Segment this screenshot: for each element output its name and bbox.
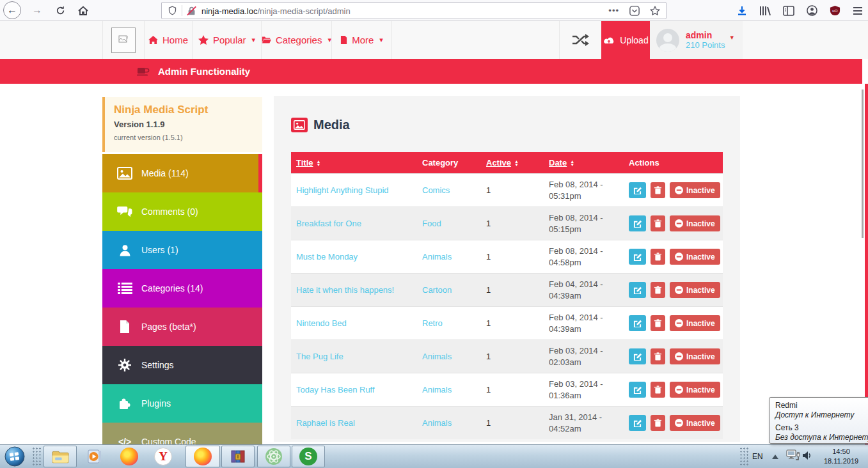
taskbar-item-media-player[interactable] — [78, 446, 111, 467]
page-actions-icon[interactable]: ••• — [608, 6, 619, 15]
sidebar: Media (114) Comments (0) Users (1) Categ… — [102, 154, 262, 461]
random-media-button[interactable] — [559, 21, 601, 59]
media-title-link[interactable]: Today Has Been Ruff — [296, 385, 375, 394]
minus-circle-icon — [675, 352, 683, 361]
sidebar-item-settings[interactable]: Settings — [102, 346, 262, 384]
taskbar-item-explorer[interactable] — [43, 446, 77, 467]
column-header-title[interactable]: Title▲▼ — [291, 158, 417, 168]
sort-icon: ▲▼ — [317, 160, 321, 166]
media-title-link[interactable]: Must be Monday — [296, 252, 358, 261]
inactive-button[interactable]: Inactive — [670, 182, 720, 198]
address-bar[interactable]: ninja-media.loc/ninja-media-script/admin… — [161, 2, 667, 19]
category-link[interactable]: Animals — [422, 252, 452, 261]
network-tray-icon[interactable] — [785, 449, 801, 466]
edit-button[interactable] — [629, 415, 646, 431]
category-link[interactable]: Animals — [422, 418, 452, 428]
sidebar-item-plugins[interactable]: Plugins — [102, 384, 262, 423]
delete-button[interactable] — [651, 348, 665, 364]
browser-forward-button[interactable]: → — [28, 1, 46, 19]
taskbar-grip[interactable] — [32, 447, 41, 466]
inactive-button[interactable]: Inactive — [670, 315, 720, 331]
table-row: Must be Monday Animals 1 Feb 08, 2014 -0… — [291, 240, 723, 273]
clock-date: 18.11.2019 — [817, 456, 865, 466]
bookmark-star-icon[interactable] — [650, 6, 660, 16]
nav-item-categories[interactable]: Categories ▾ — [261, 21, 331, 59]
browser-back-button[interactable]: ← — [3, 1, 21, 19]
inactive-button[interactable]: Inactive — [670, 415, 720, 431]
delete-button[interactable] — [651, 382, 665, 398]
media-player-icon — [87, 449, 102, 464]
delete-button[interactable] — [651, 282, 665, 298]
edit-button[interactable] — [629, 182, 646, 198]
category-link[interactable]: Food — [422, 219, 441, 228]
nav-item-home[interactable]: Home — [144, 21, 192, 59]
media-title-link[interactable]: The Pug Life — [296, 352, 343, 361]
library-icon[interactable] — [759, 6, 771, 16]
ublock-icon[interactable]: uO — [830, 5, 840, 16]
coffee-cup-icon — [137, 66, 150, 77]
site-logo[interactable] — [102, 21, 144, 59]
sidebar-toggle-icon[interactable] — [783, 6, 794, 16]
comments-icon — [116, 206, 134, 218]
edit-button[interactable] — [629, 249, 646, 265]
taskbar-item-atom[interactable] — [257, 446, 290, 467]
winrar-icon — [230, 449, 246, 464]
media-title-link[interactable]: Nintendo Bed — [296, 318, 347, 328]
column-header-active[interactable]: Active▲▼ — [481, 158, 544, 168]
inactive-button[interactable]: Inactive — [670, 382, 720, 398]
edit-button[interactable] — [629, 215, 646, 231]
account-icon[interactable] — [807, 5, 817, 16]
media-title-link[interactable]: Raphael is Real — [296, 418, 355, 428]
column-header-date[interactable]: Date▲▼ — [544, 158, 624, 168]
edit-button[interactable] — [629, 348, 646, 364]
browser-reload-button[interactable] — [51, 1, 69, 19]
edit-button[interactable] — [629, 382, 646, 398]
inactive-button[interactable]: Inactive — [670, 249, 720, 265]
inactive-button[interactable]: Inactive — [670, 282, 720, 298]
sidebar-item-media[interactable]: Media (114) — [102, 154, 262, 192]
category-link[interactable]: Retro — [422, 318, 443, 328]
browser-home-button[interactable] — [74, 1, 92, 19]
tray-clock[interactable]: 14:50 18.11.2019 — [817, 447, 865, 466]
delete-button[interactable] — [651, 415, 665, 431]
start-button[interactable] — [4, 446, 25, 467]
show-hidden-icons[interactable] — [772, 455, 778, 459]
edit-button[interactable] — [629, 315, 646, 331]
delete-button[interactable] — [651, 315, 665, 331]
delete-button[interactable] — [651, 215, 665, 231]
category-link[interactable]: Animals — [422, 385, 452, 394]
category-link[interactable]: Comics — [422, 185, 450, 195]
language-indicator[interactable]: EN — [752, 445, 763, 468]
taskbar-item-firefox[interactable] — [113, 446, 146, 467]
category-link[interactable]: Cartoon — [422, 285, 452, 295]
sidebar-item-categories[interactable]: Categories (14) — [102, 269, 262, 308]
user-menu[interactable]: admin 210 Points ▾ — [650, 21, 743, 59]
scrollbar-thumb[interactable] — [862, 90, 864, 238]
media-title-link[interactable]: Hate it when this happens! — [296, 285, 394, 295]
category-link[interactable]: Animals — [422, 352, 452, 361]
home-icon — [148, 36, 158, 44]
taskbar-item-firefox-active[interactable] — [185, 446, 220, 467]
image-icon — [116, 167, 134, 180]
taskbar-item-yandex[interactable]: Y — [147, 446, 179, 467]
sidebar-item-pages[interactable]: Pages (beta*) — [102, 308, 262, 346]
upload-button[interactable]: Upload — [601, 21, 650, 59]
nav-item-more[interactable]: More ▾ — [331, 21, 392, 59]
insecure-lock-icon[interactable] — [187, 6, 197, 16]
media-title-link[interactable]: Breakfast for One — [296, 219, 361, 228]
taskbar-item-winrar[interactable] — [221, 446, 255, 467]
inactive-button[interactable]: Inactive — [670, 215, 720, 231]
delete-button[interactable] — [651, 182, 665, 198]
inactive-button[interactable]: Inactive — [670, 348, 720, 364]
edit-button[interactable] — [629, 282, 646, 298]
sidebar-item-users[interactable]: Users (1) — [102, 231, 262, 269]
taskbar-item-skype[interactable]: S — [292, 446, 325, 467]
pocket-icon[interactable] — [629, 6, 640, 16]
sidebar-item-comments[interactable]: Comments (0) — [102, 192, 262, 231]
volume-tray-icon[interactable] — [802, 451, 813, 463]
delete-button[interactable] — [651, 249, 665, 265]
media-title-link[interactable]: Highlight Anything Stupid — [296, 185, 389, 195]
nav-item-popular[interactable]: Popular ▾ — [192, 21, 261, 59]
download-icon[interactable] — [737, 6, 747, 16]
menu-icon[interactable] — [853, 6, 863, 15]
